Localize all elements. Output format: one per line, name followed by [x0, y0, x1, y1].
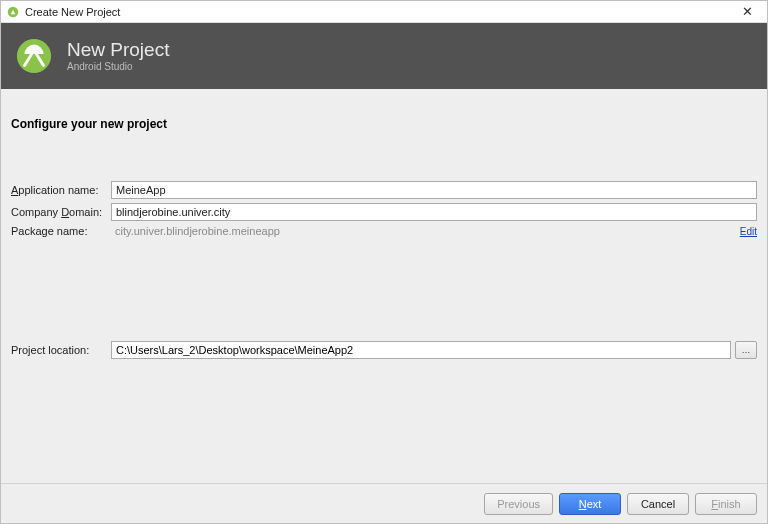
app-icon [7, 6, 19, 18]
page-heading: Configure your new project [11, 117, 757, 131]
label-project-location: Project location: [11, 344, 111, 356]
cancel-button[interactable]: Cancel [627, 493, 689, 515]
ellipsis-icon: … [742, 345, 751, 355]
application-name-input[interactable] [111, 181, 757, 199]
package-name-value: city.univer.blindjerobine.meineapp [111, 225, 730, 237]
previous-button: Previous [484, 493, 553, 515]
svg-point-2 [32, 56, 37, 61]
edit-package-link[interactable]: Edit [740, 226, 757, 237]
finish-button: Finish [695, 493, 757, 515]
next-button[interactable]: Next [559, 493, 621, 515]
titlebar: Create New Project ✕ [1, 1, 767, 23]
content-area: Configure your new project Application n… [1, 89, 767, 483]
label-application-name: Application name: [11, 184, 111, 196]
wizard-window: Create New Project ✕ New Project Android… [0, 0, 768, 524]
row-application-name: Application name: [11, 181, 757, 199]
wizard-footer: Previous Next Cancel Finish [1, 483, 767, 523]
row-company-domain: Company Domain: [11, 203, 757, 221]
row-project-location: Project location: … [11, 341, 757, 359]
close-icon[interactable]: ✕ [733, 2, 761, 22]
banner-title: New Project [67, 40, 169, 61]
row-package-name: Package name: city.univer.blindjerobine.… [11, 225, 757, 237]
project-location-input[interactable] [111, 341, 731, 359]
banner-subtitle: Android Studio [67, 61, 169, 72]
label-package-name: Package name: [11, 225, 111, 237]
window-title: Create New Project [25, 6, 733, 18]
android-studio-logo-icon [15, 37, 53, 75]
browse-location-button[interactable]: … [735, 341, 757, 359]
label-company-domain: Company Domain: [11, 206, 111, 218]
company-domain-input[interactable] [111, 203, 757, 221]
banner: New Project Android Studio [1, 23, 767, 89]
